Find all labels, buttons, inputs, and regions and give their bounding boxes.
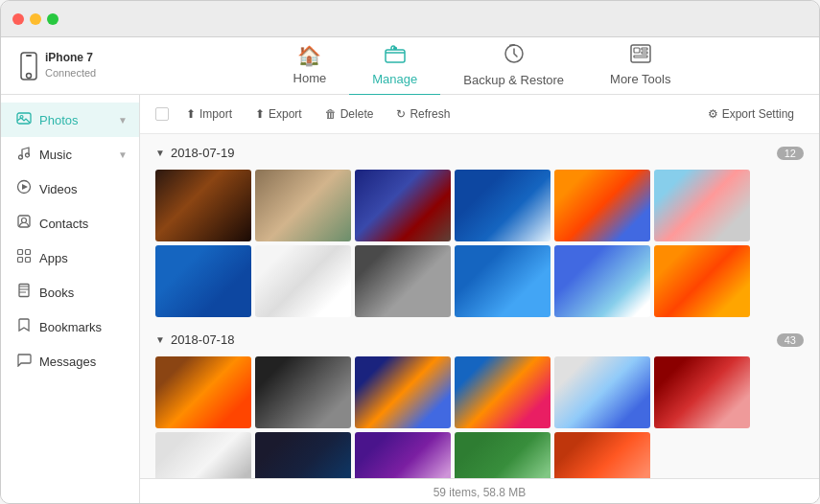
toolbar: ⬆ Import ⬆ Export 🗑 Delete ↻ Refresh ⚙ E…: [140, 95, 819, 134]
date-count-badge: 43: [777, 333, 804, 347]
photo-grid: [155, 170, 804, 317]
export-button[interactable]: ⬆ Export: [246, 103, 312, 126]
photo-thumb[interactable]: [355, 356, 451, 428]
tab-tools[interactable]: More Tools: [587, 36, 693, 96]
device-info: iPhone 7 Connected: [20, 50, 135, 80]
photo-thumb[interactable]: [554, 245, 650, 317]
bookmarks-icon: [16, 317, 32, 336]
sidebar-music-label: Music: [39, 148, 72, 162]
svg-rect-9: [642, 52, 647, 54]
home-icon: 🏠: [297, 44, 321, 67]
svg-rect-23: [19, 285, 29, 297]
photo-thumb[interactable]: [255, 170, 351, 241]
svg-point-18: [22, 218, 27, 223]
photo-bg: [255, 432, 351, 478]
photo-bg: [155, 245, 251, 317]
photo-bg: [654, 356, 750, 428]
photo-thumb[interactable]: [255, 432, 351, 478]
photo-bg: [654, 170, 750, 241]
tab-backup-label: Backup & Restore: [463, 73, 564, 87]
refresh-button[interactable]: ↻ Refresh: [387, 103, 459, 126]
sidebar-item-books[interactable]: Books: [1, 275, 139, 309]
collapse-triangle[interactable]: ▼: [155, 148, 165, 158]
photo-thumb[interactable]: [255, 245, 351, 317]
minimize-button[interactable]: [30, 13, 41, 25]
svg-rect-21: [18, 258, 23, 263]
collapse-triangle[interactable]: ▼: [155, 334, 165, 345]
sidebar: Photos ▼ Music ▼ Videos Contacts: [1, 95, 140, 504]
main-layout: Photos ▼ Music ▼ Videos Contacts: [1, 95, 819, 504]
export-setting-button[interactable]: ⚙ Export Setting: [698, 103, 804, 126]
photo-bg: [155, 356, 251, 428]
photo-thumb[interactable]: [155, 432, 251, 478]
manage-icon: [385, 44, 406, 68]
delete-label: Delete: [340, 107, 374, 121]
photo-thumb[interactable]: [155, 356, 251, 428]
photo-bg: [554, 245, 650, 317]
tab-backup[interactable]: Backup & Restore: [440, 35, 587, 97]
photo-thumb[interactable]: [654, 170, 750, 241]
tab-home[interactable]: 🏠 Home: [270, 36, 350, 95]
photo-thumb[interactable]: [255, 356, 351, 428]
photo-thumb[interactable]: [455, 170, 551, 241]
sidebar-item-apps[interactable]: Apps: [1, 241, 139, 275]
import-button[interactable]: ⬆ Import: [176, 103, 242, 126]
photo-bg: [355, 432, 451, 478]
music-chevron: ▼: [118, 149, 128, 160]
sidebar-messages-label: Messages: [39, 355, 96, 369]
sidebar-item-messages[interactable]: Messages: [1, 344, 139, 378]
sidebar-item-videos[interactable]: Videos: [1, 172, 139, 206]
photo-thumb[interactable]: [554, 170, 650, 241]
photo-bg: [554, 170, 650, 241]
music-icon: [16, 145, 32, 164]
svg-rect-22: [26, 258, 31, 263]
import-label: Import: [199, 107, 232, 121]
sidebar-item-music[interactable]: Music ▼: [1, 137, 139, 172]
svg-marker-16: [22, 184, 28, 190]
photo-thumb[interactable]: [455, 245, 551, 317]
photo-bg: [355, 245, 451, 317]
photo-thumb[interactable]: [554, 356, 650, 428]
title-bar: [1, 1, 819, 37]
photo-thumb[interactable]: [355, 432, 451, 478]
delete-icon: 🗑: [325, 107, 337, 121]
photos-container[interactable]: ▼2018-07-1912▼2018-07-1843: [140, 134, 819, 478]
photo-bg: [455, 356, 551, 428]
photo-thumb[interactable]: [155, 245, 251, 317]
svg-rect-3: [386, 50, 405, 62]
maximize-button[interactable]: [47, 13, 59, 25]
export-icon: ⬆: [255, 107, 265, 121]
status-text: 59 items, 58.8 MB: [433, 486, 527, 499]
sidebar-item-bookmarks[interactable]: Bookmarks: [1, 309, 139, 344]
photo-thumb[interactable]: [455, 432, 551, 478]
delete-button[interactable]: 🗑 Delete: [316, 103, 384, 126]
gear-icon: ⚙: [708, 107, 718, 121]
svg-point-2: [27, 73, 32, 78]
photo-thumb[interactable]: [654, 356, 750, 428]
sidebar-books-label: Books: [39, 286, 74, 300]
select-all-checkbox[interactable]: [155, 107, 169, 121]
videos-icon: [16, 179, 32, 198]
backup-icon: [504, 43, 525, 69]
svg-rect-10: [634, 56, 647, 57]
photo-thumb[interactable]: [355, 170, 451, 241]
svg-rect-0: [21, 53, 36, 80]
sidebar-item-contacts[interactable]: Contacts: [1, 206, 139, 241]
export-setting-label: Export Setting: [722, 107, 794, 121]
photo-thumb[interactable]: [155, 170, 251, 241]
date-count-badge: 12: [777, 147, 804, 160]
close-button[interactable]: [12, 13, 24, 25]
contacts-icon: [16, 214, 32, 233]
photo-bg: [255, 356, 351, 428]
photo-thumb[interactable]: [355, 245, 451, 317]
tab-manage[interactable]: Manage: [349, 36, 440, 96]
photo-thumb[interactable]: [554, 432, 650, 478]
photo-thumb[interactable]: [654, 245, 750, 317]
sidebar-item-photos[interactable]: Photos ▼: [1, 103, 139, 137]
svg-point-14: [26, 153, 30, 157]
books-icon: [16, 283, 32, 302]
tab-tools-label: More Tools: [610, 72, 670, 86]
svg-rect-19: [18, 250, 23, 255]
sidebar-bookmarks-label: Bookmarks: [39, 320, 102, 334]
photo-thumb[interactable]: [455, 356, 551, 428]
